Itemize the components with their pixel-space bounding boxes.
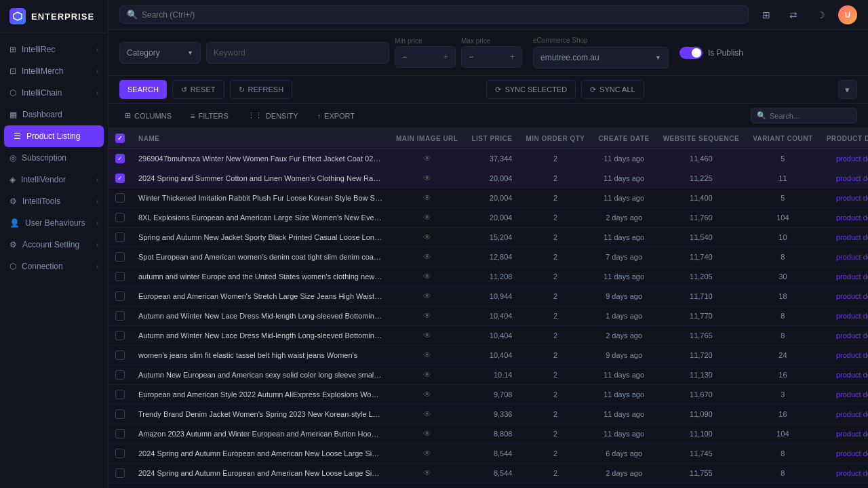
row-checkbox[interactable] [115,291,125,301]
row-create-date: 11 days ago [592,365,656,385]
sync-all-button[interactable]: ⟳ SYNC ALL [581,80,644,99]
row-checkbox[interactable] [115,331,125,340]
product-detail-link[interactable]: product detail [836,371,868,379]
row-checkbox[interactable] [115,449,125,458]
row-product-detail: product detail [820,208,868,228]
sync-selected-button[interactable]: ⟳ SYNC SELECTED [486,80,576,99]
eye-icon[interactable]: 👁 [423,174,431,183]
row-checkbox[interactable] [115,468,125,478]
category-select[interactable]: Category ▼ [119,42,201,64]
eye-icon[interactable]: 👁 [423,350,431,360]
ecommerce-shop-select[interactable]: emutree.com.au ▼ [533,47,669,68]
eye-icon[interactable]: 👁 [423,252,431,262]
select-all-checkbox[interactable]: ✓ [115,134,125,143]
eye-icon[interactable]: 👁 [423,154,431,163]
row-checkbox[interactable]: ✓ [115,154,125,163]
product-detail-link[interactable]: product detail [836,469,868,477]
row-checkbox[interactable] [115,311,125,321]
product-detail-link[interactable]: product detail [836,449,868,458]
row-checkbox[interactable] [115,390,125,399]
product-detail-link[interactable]: product detail [836,430,868,438]
row-checkbox[interactable] [115,232,125,242]
eye-icon[interactable]: 👁 [423,468,431,478]
search-input[interactable] [142,10,741,20]
product-detail-link[interactable]: product detail [836,253,868,261]
product-detail-link[interactable]: product detail [836,292,868,300]
sidebar-item-connection[interactable]: ⬡ Connection › [0,256,108,277]
keyword-input[interactable]: Keyword [206,42,389,64]
product-detail-link[interactable]: product detail [836,272,868,281]
row-checkbox[interactable] [115,272,125,281]
product-detail-link[interactable]: product detail [836,312,868,320]
row-checkbox[interactable]: ✓ [115,174,125,183]
row-checkbox[interactable] [115,429,125,439]
eye-icon[interactable]: 👁 [423,311,431,321]
eye-icon[interactable]: 👁 [423,213,431,222]
row-checkbox[interactable] [115,350,125,360]
row-create-date: 2 days ago [592,326,656,346]
row-image: 👁 [389,365,465,385]
row-checkbox[interactable] [115,252,125,262]
product-detail-link[interactable]: product detail [836,410,868,418]
columns-button[interactable]: ⊞ COLUMNS [119,108,177,123]
row-image: 👁 [389,208,465,228]
density-button[interactable]: ⋮⋮ DENSITY [242,108,304,123]
global-search[interactable]: 🔍 [119,5,749,24]
row-variant-count: 8 [746,444,820,464]
refresh-button[interactable]: ↻ REFRESH [230,80,293,99]
product-detail-link[interactable]: product detail [836,351,868,359]
eye-icon[interactable]: 👁 [423,390,431,399]
product-detail-link[interactable]: product detail [836,331,868,340]
reset-button[interactable]: ↺ RESET [172,80,224,99]
table-row: Spring and Autumn New Jacket Sporty Blac… [108,228,868,247]
row-list-price: 8,544 [465,444,519,464]
max-price-input[interactable]: − + [461,46,522,68]
sidebar-item-intellirec[interactable]: ⊞ IntelliRec › [0,39,108,60]
table-row: European and American Women's Stretch La… [108,287,868,306]
search-button[interactable]: SEARCH [119,80,167,99]
product-detail-link[interactable]: product detail [836,214,868,222]
avatar[interactable]: U [838,5,857,24]
sidebar-item-intellimerch[interactable]: ⊡ IntelliMerch › [0,60,108,82]
row-checkbox[interactable] [115,213,125,222]
product-detail-link[interactable]: product detail [836,233,868,241]
export-button[interactable]: ↑ EXPORT [312,109,361,123]
row-checkbox[interactable] [115,409,125,419]
eye-icon[interactable]: 👁 [423,232,431,242]
eye-icon[interactable]: 👁 [423,272,431,281]
eye-icon[interactable]: 👁 [423,449,431,458]
row-checkbox[interactable] [115,370,125,380]
moon-icon[interactable]: ☽ [811,5,830,24]
sidebar-label-connection: Connection [22,262,63,271]
min-price-input[interactable]: − + [395,46,456,68]
table-search-input[interactable] [770,112,851,120]
sidebar-item-intellitools[interactable]: ⚙ IntelliTools › [0,190,108,212]
table-search[interactable]: 🔍 [751,108,857,123]
sidebar-item-account-setting[interactable]: ⚙ Account Setting › [0,234,108,256]
sidebar-item-intellivendor[interactable]: ◈ IntelliVendor › [0,169,108,190]
sidebar-item-product-listing[interactable]: ☰ Product Listing [4,125,104,147]
sidebar-item-user-behaviours[interactable]: 👤 User Behaviours › [0,212,108,234]
sidebar-item-intellichain[interactable]: ⬡ IntelliChain › [0,82,108,104]
eye-icon[interactable]: 👁 [423,331,431,340]
translate-icon[interactable]: ⇄ [784,5,803,24]
sidebar-item-dashboard[interactable]: ▦ Dashboard [0,104,108,125]
expand-button[interactable]: ▾ [838,80,857,99]
eye-icon[interactable]: 👁 [423,291,431,301]
eye-icon[interactable]: 👁 [423,193,431,203]
grid-icon[interactable]: ⊞ [757,5,776,24]
row-checkbox-cell: ✓ [108,169,132,188]
product-detail-link[interactable]: product detail [836,390,868,399]
eye-icon[interactable]: 👁 [423,370,431,380]
row-checkbox[interactable] [115,193,125,203]
row-image: 👁 [389,444,465,464]
filters-button[interactable]: ≡ FILTERS [185,109,234,123]
eye-icon[interactable]: 👁 [423,429,431,439]
product-detail-link[interactable]: product detail [836,174,868,182]
product-detail-link[interactable]: product detail [836,194,868,202]
is-publish-toggle[interactable] [679,47,703,59]
product-detail-link[interactable]: product detail [836,155,868,163]
sidebar-item-subscription[interactable]: ◎ Subscription [0,147,108,169]
eye-icon[interactable]: 👁 [423,409,431,419]
table-row: Autumn and Winter New Lace Dress Mid-len… [108,306,868,326]
